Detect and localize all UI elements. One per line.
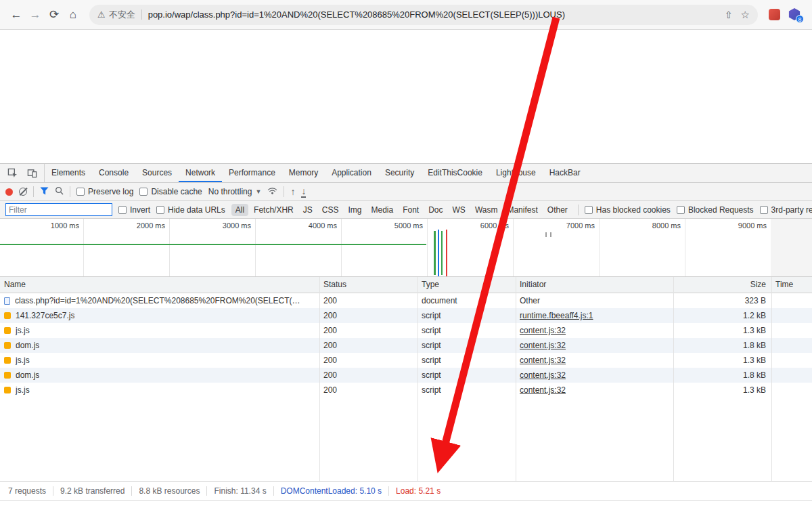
search-icon[interactable] [55,186,64,197]
import-har-icon[interactable]: ↑ [290,187,295,196]
filter-chip-media[interactable]: Media [367,204,397,216]
filter-funnel-icon[interactable] [40,187,49,197]
tab-memory[interactable]: Memory [282,164,325,182]
initiator-link[interactable]: content.js:32 [520,341,566,350]
forward-icon[interactable]: → [26,5,45,24]
tab-sources[interactable]: Sources [135,164,179,182]
initiator-link[interactable]: content.js:32 [520,356,566,365]
timeline-gridline [599,219,600,276]
page-viewport[interactable] [0,30,812,163]
filter-chip-doc[interactable]: Doc [424,204,447,216]
table-row[interactable]: dom.js 200 script content.js:32 1.8 kB [0,368,812,383]
initiator-link[interactable]: content.js:32 [520,370,566,380]
initiator-link[interactable]: content.js:32 [520,326,566,335]
preserve-log-checkbox[interactable]: Preserve log [76,187,133,196]
filter-chip-font[interactable]: Font [399,204,423,216]
filter-chip-js[interactable]: JS [299,204,317,216]
throttling-dropdown[interactable]: No throttling ▼ [208,187,262,196]
disable-cache-checkbox[interactable]: Disable cache [139,187,202,196]
tab-console[interactable]: Console [92,164,135,182]
table-row[interactable]: 141.327ce5c7.js 200 script runtime.fbeea… [0,308,812,323]
network-toolbar: Preserve log Disable cache No throttling… [0,183,812,201]
reload-icon[interactable]: ⟳ [45,5,64,24]
request-type: script [418,323,516,338]
share-icon[interactable]: ⇧ [725,9,733,20]
table-empty-area [0,398,812,481]
script-icon [4,357,11,364]
network-conditions-icon[interactable] [267,187,277,196]
filter-chip-fetch-xhr[interactable]: Fetch/XHR [250,204,298,216]
waterfall-script-bar [441,231,443,275]
tab-security[interactable]: Security [378,164,421,182]
load-time: Load: 5.21 s [389,486,447,496]
toolbar-separator [70,186,70,197]
network-overview-timeline[interactable]: 1000 ms 2000 ms 3000 ms 4000 ms 5000 ms … [0,219,812,277]
checkbox-icon [118,206,127,214]
table-row[interactable]: js.js 200 script content.js:32 1.3 kB [0,353,812,368]
filter-chip-img[interactable]: Img [344,204,365,216]
clear-network-log-icon[interactable] [19,188,27,196]
timeline-gridline [427,219,428,276]
table-header-row: Name Status Type Initiator Size Time [0,277,812,293]
export-har-icon[interactable]: ↓ [301,186,306,198]
address-bar[interactable]: ⚠ 不安全 pop.io/wap/class.php?id=id=1%20AND… [89,5,758,25]
filter-chip-other[interactable]: Other [543,204,572,216]
document-icon [4,297,10,305]
bookmark-star-icon[interactable]: ☆ [741,9,750,21]
timeline-gridline [255,219,256,276]
filter-input[interactable] [5,203,112,216]
extensions-area: 8 [765,8,805,21]
filter-chip-all[interactable]: All [231,204,248,216]
devtools-tab-bar: Elements Console Sources Network Perform… [0,164,812,183]
hide-data-urls-checkbox[interactable]: Hide data URLs [156,205,225,215]
timeline-marker: 3000 ms [200,221,251,230]
has-blocked-cookies-checkbox[interactable]: Has blocked cookies [585,205,671,215]
device-toolbar-icon[interactable] [23,166,41,181]
third-party-requests-checkbox[interactable]: 3rd-party requests [760,205,812,215]
security-indicator[interactable]: ⚠ 不安全 [97,9,135,21]
extension-icon-hex-wrap[interactable]: 8 [788,8,801,21]
filter-chip-wasm[interactable]: Wasm [471,204,502,216]
filter-chip-ws[interactable]: WS [449,204,470,216]
tab-elements[interactable]: Elements [45,164,92,182]
column-header-time[interactable]: Time [771,277,812,293]
column-header-name[interactable]: Name [0,277,319,293]
request-type: script [418,368,516,383]
tab-performance[interactable]: Performance [222,164,282,182]
initiator-link[interactable]: runtime.fbeeaff4.js:1 [520,311,593,320]
script-icon [4,312,11,319]
inspect-element-icon[interactable] [3,166,21,181]
waterfall-document-bar [0,244,426,245]
checkbox-icon [76,188,85,196]
load-marker-line [446,230,447,276]
column-header-status[interactable]: Status [319,277,418,293]
table-row[interactable]: class.php?id=id=1%20AND%20(SELECT%208685… [0,293,812,308]
blocked-requests-checkbox[interactable]: Blocked Requests [677,205,754,215]
timeline-gridline [83,219,84,276]
invert-checkbox[interactable]: Invert [118,205,150,215]
back-icon[interactable]: ← [7,5,26,24]
tab-editthiscookie[interactable]: EditThisCookie [421,164,489,182]
column-header-type[interactable]: Type [418,277,516,293]
request-status: 200 [319,323,418,338]
waterfall-tick [545,232,547,237]
devtools-panel: Elements Console Sources Network Perform… [0,163,812,501]
column-header-initiator[interactable]: Initiator [516,277,673,293]
extension-icon-red[interactable] [769,9,780,20]
home-icon[interactable]: ⌂ [64,5,83,24]
tab-lighthouse[interactable]: Lighthouse [489,164,543,182]
record-network-log-icon[interactable] [5,188,13,196]
initiator-link[interactable]: content.js:32 [520,385,566,395]
tab-hackbar[interactable]: HackBar [543,164,587,182]
filter-chip-css[interactable]: CSS [318,204,343,216]
url-text[interactable]: pop.io/wap/class.php?id=id=1%20AND%20(SE… [148,9,719,20]
tab-network[interactable]: Network [179,164,222,182]
column-header-size[interactable]: Size [673,277,771,293]
filter-chip-manifest[interactable]: Manifest [503,204,541,216]
table-row[interactable]: js.js 200 script content.js:32 1.3 kB [0,323,812,338]
tab-application[interactable]: Application [325,164,378,182]
request-size: 1.3 kB [673,353,771,368]
table-row[interactable]: dom.js 200 script content.js:32 1.8 kB [0,338,812,353]
checkbox-icon [156,206,164,214]
table-row[interactable]: js.js 200 script content.js:32 1.3 kB [0,383,812,398]
